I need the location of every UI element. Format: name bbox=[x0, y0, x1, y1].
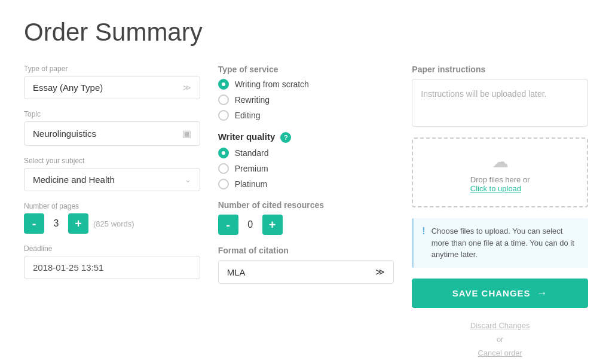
col-left: Type of paper Essay (Any Type) ≫ Topic N… bbox=[24, 65, 200, 279]
cited-minus-button[interactable]: - bbox=[218, 215, 238, 235]
subject-value: Medicine and Health bbox=[33, 175, 115, 185]
quality-radio-0 bbox=[218, 148, 229, 158]
quality-radio-group: Standard Premium Platinum bbox=[218, 148, 394, 189]
deadline-group: Deadline 2018-01-25 13:51 bbox=[24, 244, 200, 279]
upload-area[interactable]: ☁ Drop files here or Click to upload bbox=[412, 137, 588, 207]
service-radio-2 bbox=[218, 110, 229, 121]
quality-label: Writer quality bbox=[218, 131, 276, 142]
save-arrow-icon: → bbox=[537, 287, 548, 299]
citation-chevron-icon: ≫ bbox=[375, 267, 385, 277]
discard-area: Discard Changes or Cancel order bbox=[412, 319, 588, 360]
pages-stepper: - 3 + bbox=[24, 213, 88, 234]
topic-edit-icon: ▣ bbox=[182, 128, 191, 139]
service-radio-0 bbox=[218, 79, 229, 90]
citation-value: MLA bbox=[227, 267, 246, 277]
quality-radio-1 bbox=[218, 163, 229, 174]
citation-select[interactable]: MLA ≫ bbox=[218, 260, 394, 284]
type-of-paper-label: Type of paper bbox=[24, 65, 200, 73]
type-of-paper-group: Type of paper Essay (Any Type) ≫ bbox=[24, 65, 200, 99]
subject-group: Select your subject Medicine and Health … bbox=[24, 157, 200, 191]
quality-group: Writer quality ? Standard Premium Platin… bbox=[218, 131, 394, 189]
quality-option-1[interactable]: Premium bbox=[218, 163, 394, 174]
save-changes-label: SAVE CHANGES bbox=[452, 288, 531, 298]
service-label: Type of service bbox=[218, 65, 394, 74]
quality-help-icon[interactable]: ? bbox=[280, 132, 291, 143]
subject-select[interactable]: Medicine and Health ⌄ bbox=[24, 168, 200, 191]
save-changes-button[interactable]: SAVE CHANGES → bbox=[412, 279, 588, 308]
discard-changes-link[interactable]: Discard Changes bbox=[470, 321, 530, 330]
cancel-order-link[interactable]: Cancel order bbox=[478, 348, 522, 357]
service-group: Type of service Writing from scratch Rew… bbox=[218, 65, 394, 121]
service-radio-1 bbox=[218, 94, 229, 105]
deadline-label: Deadline bbox=[24, 244, 200, 253]
type-of-paper-value: Essay (Any Type) bbox=[33, 82, 103, 93]
service-option-1[interactable]: Rewriting bbox=[218, 94, 394, 105]
service-option-2-label: Editing bbox=[235, 111, 261, 120]
instructions-group: Paper instructions Instructions will be … bbox=[412, 65, 588, 127]
topic-label: Topic bbox=[24, 110, 200, 118]
service-option-0-label: Writing from scratch bbox=[235, 79, 309, 89]
pages-label: Number of pages bbox=[24, 202, 200, 210]
quality-option-0[interactable]: Standard bbox=[218, 148, 394, 158]
citation-label: Format of citation bbox=[218, 246, 394, 255]
topic-field[interactable]: Neurolinguistics ▣ bbox=[24, 121, 200, 146]
subject-chevron-icon: ⌄ bbox=[185, 175, 191, 184]
info-text: Choose files to upload. You can select m… bbox=[432, 225, 580, 261]
topic-value: Neurolinguistics bbox=[33, 129, 96, 139]
pages-value: 3 bbox=[50, 218, 62, 229]
instructions-label: Paper instructions bbox=[412, 65, 588, 74]
subject-label: Select your subject bbox=[24, 157, 200, 165]
quality-option-2[interactable]: Platinum bbox=[218, 179, 394, 189]
pages-group: Number of pages - 3 + (825 words) bbox=[24, 202, 200, 234]
topic-group: Topic Neurolinguistics ▣ bbox=[24, 110, 200, 146]
service-option-0[interactable]: Writing from scratch bbox=[218, 79, 394, 90]
quality-option-2-label: Platinum bbox=[235, 179, 267, 189]
service-option-1-label: Rewriting bbox=[235, 95, 270, 105]
quality-title: Writer quality ? bbox=[218, 131, 394, 143]
cited-value: 0 bbox=[244, 219, 256, 230]
cited-stepper: - 0 + bbox=[218, 215, 394, 235]
cited-plus-button[interactable]: + bbox=[262, 215, 283, 235]
quality-radio-2 bbox=[218, 179, 229, 189]
pages-minus-button[interactable]: - bbox=[24, 213, 44, 234]
upload-click-link[interactable]: Click to upload bbox=[470, 184, 521, 193]
or-label: or bbox=[497, 335, 504, 344]
cited-label: Number of cited resources bbox=[218, 200, 394, 210]
page-title: Order Summary bbox=[24, 18, 588, 47]
info-box: ! Choose files to upload. You can select… bbox=[412, 218, 588, 268]
service-option-2[interactable]: Editing bbox=[218, 110, 394, 121]
citation-group: Format of citation MLA ≫ bbox=[218, 246, 394, 284]
deadline-field[interactable]: 2018-01-25 13:51 bbox=[24, 256, 200, 279]
type-of-paper-chevron-icon: ≫ bbox=[183, 83, 191, 92]
col-middle: Type of service Writing from scratch Rew… bbox=[218, 65, 394, 284]
pages-stepper-row: - 3 + (825 words) bbox=[24, 213, 200, 234]
type-of-paper-select[interactable]: Essay (Any Type) ≫ bbox=[24, 76, 200, 99]
pages-plus-button[interactable]: + bbox=[68, 213, 88, 234]
cited-group: Number of cited resources - 0 + bbox=[218, 200, 394, 235]
pages-words-label: (825 words) bbox=[93, 219, 134, 228]
upload-text-line1: Drop files here or Click to upload bbox=[470, 175, 530, 193]
quality-option-1-label: Premium bbox=[235, 164, 268, 173]
quality-option-0-label: Standard bbox=[235, 148, 269, 158]
instructions-box[interactable]: Instructions will be uploaded later. bbox=[412, 79, 588, 127]
upload-cloud-icon: ☁ bbox=[492, 152, 509, 172]
col-right: Paper instructions Instructions will be … bbox=[412, 65, 588, 360]
service-radio-group: Writing from scratch Rewriting Editing bbox=[218, 79, 394, 121]
info-exclamation-icon: ! bbox=[422, 226, 425, 237]
